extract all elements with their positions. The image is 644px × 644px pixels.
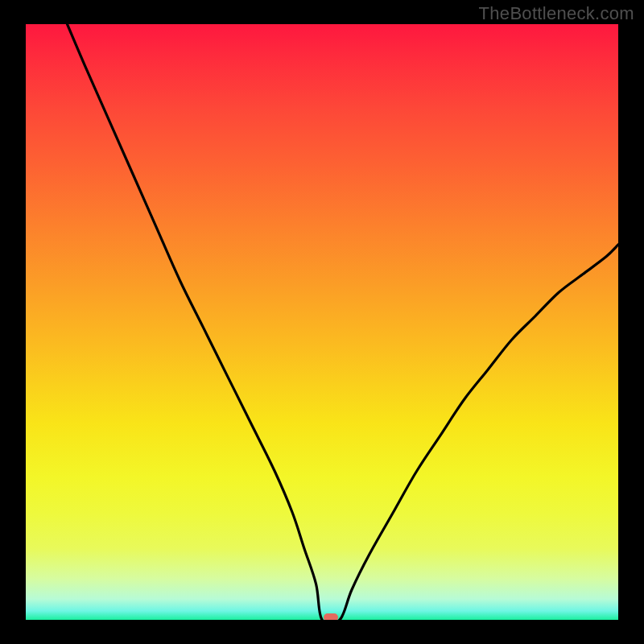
- chart-frame: TheBottleneck.com: [0, 0, 644, 644]
- curve-min-marker: [324, 613, 338, 620]
- bottleneck-curve-path: [68, 24, 619, 620]
- plot-area: [26, 24, 618, 620]
- bottleneck-curve-svg: [26, 24, 618, 620]
- watermark-text: TheBottleneck.com: [479, 3, 634, 24]
